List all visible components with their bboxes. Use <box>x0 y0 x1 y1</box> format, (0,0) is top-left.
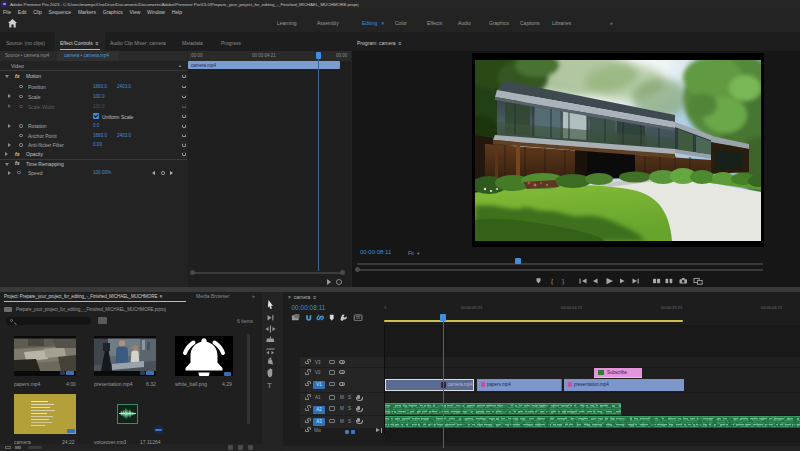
svg-text:{: { <box>551 278 554 285</box>
svg-text:T: T <box>267 381 272 390</box>
svg-text:}: } <box>562 278 565 285</box>
